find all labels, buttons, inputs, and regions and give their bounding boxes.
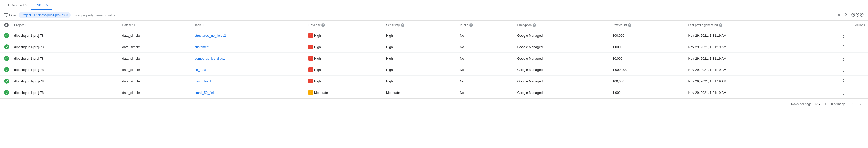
row-sensitivity: High (383, 41, 457, 53)
row-dataset-id: data_simple (119, 64, 191, 76)
filter-input-placeholder[interactable]: Enter property name or value (72, 13, 115, 17)
risk-level-label: High (314, 79, 321, 83)
row-actions-button[interactable]: ⋮ (823, 67, 865, 73)
table-row: dlppsbqrun1-proj-78 data_simple demograp… (0, 53, 868, 64)
encryption-help-icon[interactable]: ? (533, 23, 536, 27)
col-label-table-id: Table ID (194, 23, 206, 27)
table-row: dlppsbqrun1-proj-78 data_simple small_50… (0, 87, 868, 98)
last-profile-help-icon[interactable]: ? (719, 23, 722, 27)
col-header-data-risk: Data risk ? ↓ (305, 21, 383, 30)
col-label-data-risk: Data risk (308, 23, 320, 27)
row-encryption: Google Managed (514, 41, 609, 53)
row-public: No (457, 53, 514, 64)
row-project-id: dlppsbqrun1-proj-78 (11, 87, 119, 98)
col-label-public: Public (460, 23, 468, 27)
filter-right-actions: ✕ ? ⦿⦿⦿ (837, 12, 864, 18)
sensitivity-help-icon[interactable]: ? (401, 23, 404, 27)
filter-label: Filter (9, 13, 17, 17)
data-table: Project ID Dataset ID Table ID Data risk (0, 21, 868, 98)
row-public: No (457, 41, 514, 53)
row-actions-button[interactable]: ⋮ (823, 44, 865, 50)
next-page-button[interactable]: › (857, 101, 864, 108)
row-actions-cell: ⋮ (819, 30, 868, 41)
close-filter-icon[interactable]: ✕ (837, 12, 841, 18)
row-public: No (457, 30, 514, 41)
row-table-id[interactable]: fin_data1 (191, 64, 306, 76)
risk-level-icon: !! (308, 45, 313, 49)
public-help-icon[interactable]: ? (469, 23, 473, 27)
row-last-profile: Nov 29, 2021, 1:31:19 AM (685, 64, 819, 76)
row-actions-button[interactable]: ⋮ (823, 32, 865, 39)
row-row-count: 100,000 (609, 30, 685, 41)
table-row: dlppsbqrun1-proj-78 data_simple structur… (0, 30, 868, 41)
row-actions-button[interactable]: ⋮ (823, 89, 865, 96)
table-row: dlppsbqrun1-proj-78 data_simple basic_te… (0, 76, 868, 87)
rows-per-page-select[interactable]: 30 ▾ (814, 102, 820, 106)
row-actions-button[interactable]: ⋮ (823, 55, 865, 61)
table-header: Project ID Dataset ID Table ID Data risk (0, 21, 868, 30)
row-project-id: dlppsbqrun1-proj-78 (11, 41, 119, 53)
row-table-id[interactable]: customer1 (191, 41, 306, 53)
row-checkbox-cell (0, 30, 11, 41)
risk-level-label: High (314, 45, 321, 49)
col-header-last-profile: Last profile generated ? (685, 21, 819, 30)
row-sensitivity: High (383, 64, 457, 76)
data-risk-sort-icon[interactable]: ↓ (326, 23, 328, 27)
tab-tables[interactable]: TABLES (31, 0, 52, 10)
col-header-actions: Actions (819, 21, 868, 30)
row-project-id: dlppsbqrun1-proj-78 (11, 76, 119, 87)
row-table-id[interactable]: basic_test1 (191, 76, 306, 87)
col-label-row-count: Row count (612, 23, 627, 27)
column-selector-icon[interactable]: ⦿⦿⦿ (851, 13, 864, 17)
col-label-dataset-id: Dataset ID (122, 23, 136, 27)
row-last-profile: Nov 29, 2021, 1:31:19 AM (685, 53, 819, 64)
row-table-id[interactable]: structured_no_fields2 (191, 30, 306, 41)
row-sensitivity: High (383, 30, 457, 41)
table-body: dlppsbqrun1-proj-78 data_simple structur… (0, 30, 868, 98)
col-header-public: Public ? (457, 21, 514, 30)
row-status-icon (4, 56, 9, 61)
row-data-risk: !! High (305, 64, 383, 76)
col-header-project-id: Project ID (11, 21, 119, 30)
tab-projects[interactable]: PROJECTS (4, 0, 31, 10)
risk-level-label: High (314, 34, 321, 38)
row-status-icon (4, 90, 9, 95)
col-label-sensitivity: Sensitivity (386, 23, 400, 27)
rows-per-page-value: 30 (814, 102, 818, 106)
row-dataset-id: data_simple (119, 30, 191, 41)
row-data-risk: !! Moderate (305, 87, 383, 98)
rows-per-page-dropdown-icon: ▾ (819, 102, 820, 106)
prev-page-button[interactable]: ‹ (849, 101, 856, 108)
row-encryption: Google Managed (514, 76, 609, 87)
risk-level-icon: !! (308, 33, 313, 38)
row-actions-button[interactable]: ⋮ (823, 78, 865, 84)
row-checkbox-cell (0, 76, 11, 87)
row-status-icon (4, 67, 9, 72)
row-last-profile: Nov 29, 2021, 1:31:19 AM (685, 87, 819, 98)
filter-chip-text: Project ID : dlppsbqrun1-proj-78 (22, 13, 65, 17)
filter-button[interactable]: Filter (4, 13, 17, 17)
row-actions-cell: ⋮ (819, 41, 868, 53)
select-all-checkbox[interactable] (4, 23, 9, 27)
row-encryption: Google Managed (514, 30, 609, 41)
row-table-id[interactable]: demographics_diag1 (191, 53, 306, 64)
pagination-bar: Rows per page: 30 ▾ 1 – 30 of many ‹ › (0, 98, 868, 110)
row-last-profile: Nov 29, 2021, 1:31:19 AM (685, 30, 819, 41)
row-data-risk: !! High (305, 41, 383, 53)
page-info: 1 – 30 of many (825, 102, 845, 106)
row-encryption: Google Managed (514, 64, 609, 76)
help-icon[interactable]: ? (845, 13, 847, 17)
filter-chip-close-button[interactable]: × (66, 13, 68, 17)
top-tabs: PROJECTS TABLES (0, 0, 868, 10)
row-count-help-icon[interactable]: ? (628, 23, 631, 27)
row-public: No (457, 76, 514, 87)
data-risk-help-icon[interactable]: ? (321, 23, 325, 27)
row-status-icon (4, 44, 9, 49)
col-header-sensitivity: Sensitivity ? (383, 21, 457, 30)
row-last-profile: Nov 29, 2021, 1:31:19 AM (685, 41, 819, 53)
col-header-dataset-id: Dataset ID (119, 21, 191, 30)
row-table-id[interactable]: small_50_fields (191, 87, 306, 98)
risk-level-icon: !! (308, 79, 313, 83)
row-data-risk: !! High (305, 30, 383, 41)
page-navigation: ‹ › (849, 101, 864, 108)
